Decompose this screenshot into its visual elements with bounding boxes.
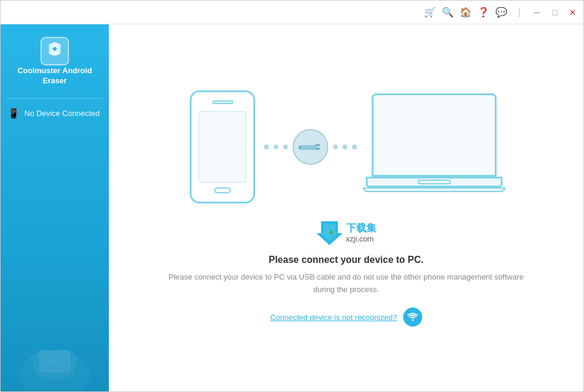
app-layout: Coolmuster Android Eraser 📱 No Device Co… bbox=[1, 24, 583, 392]
svg-rect-7 bbox=[299, 146, 301, 149]
app-title: Coolmuster Android Eraser bbox=[7, 66, 103, 86]
recognition-link-area: Connected device is not recognized? bbox=[162, 308, 530, 327]
feedback-icon[interactable]: 💬 bbox=[495, 7, 507, 18]
watermark-logo-icon bbox=[316, 221, 343, 245]
svg-rect-4 bbox=[300, 145, 316, 150]
connector-area bbox=[255, 129, 366, 165]
sidebar-item-no-device[interactable]: 📱 No Device Connected bbox=[1, 102, 109, 125]
recognition-link[interactable]: Connected device is not recognized? bbox=[270, 313, 397, 322]
search-icon[interactable]: 🔍 bbox=[442, 7, 454, 18]
wifi-icon bbox=[407, 312, 418, 322]
watermark-text: 下载集 xzji.com bbox=[346, 223, 376, 243]
usb-plug bbox=[293, 129, 328, 165]
sidebar: Coolmuster Android Eraser 📱 No Device Co… bbox=[1, 24, 109, 392]
maximize-button[interactable]: □ bbox=[549, 8, 561, 17]
main-content: 下载集 xzji.com Please connect your device … bbox=[109, 24, 583, 392]
dot-2 bbox=[274, 145, 278, 149]
laptop-touchpad bbox=[418, 180, 451, 184]
laptop-feet bbox=[363, 187, 505, 192]
phone-speaker bbox=[212, 101, 233, 104]
watermark-line1: 下载集 bbox=[346, 223, 376, 234]
svg-rect-5 bbox=[315, 144, 320, 146]
phone-illustration bbox=[190, 90, 255, 203]
device-label: No Device Connected bbox=[24, 109, 99, 118]
help-icon[interactable]: ❓ bbox=[478, 7, 489, 18]
dot-4 bbox=[333, 145, 338, 149]
dot-5 bbox=[343, 145, 347, 149]
sub-instruction: Please connect your device to PC via USB… bbox=[162, 271, 530, 296]
content-text: Please connect your device to PC. Please… bbox=[162, 255, 530, 327]
separator: | bbox=[513, 7, 525, 18]
app-logo bbox=[40, 36, 70, 66]
dot-6 bbox=[352, 145, 357, 149]
phone-screen bbox=[199, 111, 246, 183]
wifi-button[interactable] bbox=[403, 308, 422, 327]
phone-body bbox=[190, 90, 255, 203]
device-icon: 📱 bbox=[8, 108, 20, 119]
home-icon[interactable]: 🏠 bbox=[460, 7, 472, 18]
svg-rect-6 bbox=[315, 148, 320, 150]
title-bar-icons: 🛒 🔍 🏠 ❓ 💬 | ─ □ ✕ bbox=[424, 7, 579, 18]
phone-home-button bbox=[214, 187, 231, 193]
watermark-area: 下载集 xzji.com bbox=[316, 221, 376, 245]
main-instruction: Please connect your device to PC. bbox=[162, 255, 530, 265]
dot-3 bbox=[283, 145, 288, 149]
dot-1 bbox=[264, 145, 269, 149]
minimize-button[interactable]: ─ bbox=[531, 8, 543, 17]
sidebar-decoration bbox=[1, 303, 109, 392]
laptop-base bbox=[366, 177, 503, 187]
sidebar-divider bbox=[6, 98, 103, 99]
watermark-line2: xzji.com bbox=[346, 234, 376, 243]
connection-illustration bbox=[190, 90, 503, 203]
sidebar-header: Coolmuster Android Eraser bbox=[1, 24, 109, 95]
title-bar: 🛒 🔍 🏠 ❓ 💬 | ─ □ ✕ bbox=[1, 1, 583, 24]
laptop-illustration bbox=[366, 93, 503, 200]
laptop-screen bbox=[372, 93, 497, 177]
svg-rect-1 bbox=[52, 52, 57, 54]
cart-icon[interactable]: 🛒 bbox=[424, 7, 436, 18]
close-button[interactable]: ✕ bbox=[567, 8, 579, 17]
